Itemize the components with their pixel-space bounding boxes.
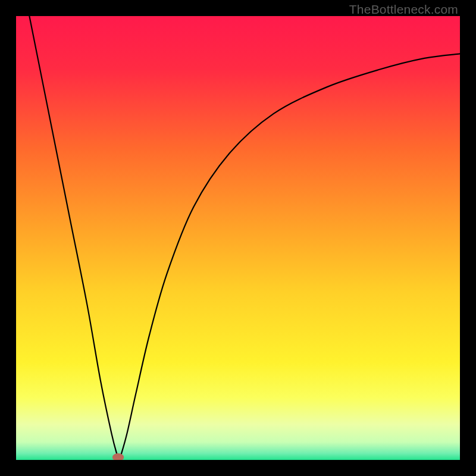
watermark-text: TheBottleneck.com — [349, 2, 458, 17]
gradient-background — [16, 16, 460, 460]
chart-frame: TheBottleneck.com — [0, 0, 476, 476]
plot-area — [16, 16, 460, 460]
chart-svg — [16, 16, 460, 460]
